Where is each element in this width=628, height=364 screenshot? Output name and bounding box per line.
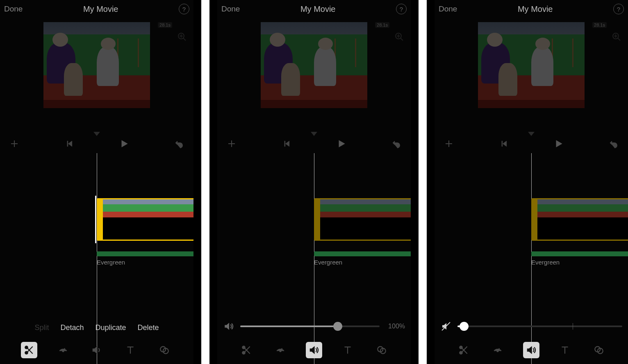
scissors-tab[interactable] (238, 342, 255, 358)
zoom-icon[interactable] (394, 32, 405, 43)
filters-tab[interactable] (591, 342, 607, 358)
transport-bar (0, 134, 193, 153)
video-clip-row (314, 198, 411, 241)
video-clip[interactable] (531, 198, 628, 241)
svg-line-17 (400, 38, 403, 41)
video-clip-row (97, 198, 193, 241)
text-tab[interactable] (122, 342, 139, 358)
audio-clip[interactable] (531, 251, 628, 256)
volume-default-tick (573, 323, 573, 330)
audio-row: Evergreen (531, 251, 628, 266)
skip-start-button[interactable] (281, 138, 292, 149)
screen-edit-actions: Done My Movie ? 28.1s (0, 0, 193, 364)
volume-icon[interactable] (223, 321, 234, 332)
screen-volume-100: Done My Movie ? 28.1s Ev (217, 0, 411, 364)
detach-action[interactable]: Detach (60, 323, 84, 332)
audio-clip-label: Evergreen (97, 259, 193, 266)
play-button[interactable] (553, 138, 564, 149)
audio-clip[interactable] (97, 251, 193, 256)
text-tab[interactable] (339, 342, 356, 358)
delete-action[interactable]: Delete (138, 323, 159, 332)
clip-handle-left[interactable] (98, 199, 103, 240)
speed-tab[interactable] (489, 342, 506, 358)
undo-button[interactable] (608, 138, 619, 149)
tool-tabbar (0, 342, 193, 358)
play-button[interactable] (119, 138, 130, 149)
preview-area: 28.1s (217, 18, 411, 137)
volume-row (440, 321, 622, 332)
play-button[interactable] (336, 138, 347, 149)
scissors-tab[interactable] (455, 342, 472, 358)
svg-point-39 (460, 346, 462, 349)
timeline[interactable]: Evergreen Split Detach Duplicate Delete (0, 153, 193, 364)
zoom-icon[interactable] (177, 32, 188, 43)
volume-slider-knob[interactable] (333, 322, 342, 331)
filters-tab[interactable] (373, 342, 390, 358)
add-media-button[interactable] (226, 138, 237, 149)
duration-badge: 28.1s (158, 22, 172, 28)
transport-bar (435, 134, 628, 153)
undo-button[interactable] (174, 138, 184, 149)
svg-point-6 (25, 346, 28, 349)
volume-tab[interactable] (89, 342, 105, 358)
video-clip-row (531, 198, 628, 241)
playhead-marker-icon (93, 132, 100, 136)
volume-slider-knob[interactable] (460, 322, 469, 331)
zoom-icon[interactable] (612, 32, 622, 43)
volume-percent-label: 100% (385, 323, 405, 330)
video-clip[interactable] (314, 198, 411, 241)
audio-clip[interactable] (314, 251, 411, 256)
audio-clip-label: Evergreen (314, 259, 411, 266)
header: Done My Movie ? (0, 0, 193, 18)
volume-slider-fill (240, 326, 338, 327)
timeline[interactable]: Evergreen (435, 153, 628, 364)
speed-tab[interactable] (55, 342, 71, 358)
transport-bar (217, 134, 411, 153)
playhead-marker-icon (311, 132, 317, 136)
volume-tab[interactable] (306, 342, 322, 358)
help-icon[interactable]: ? (613, 4, 624, 14)
preview-area: 28.1s (0, 18, 193, 137)
svg-line-33 (618, 38, 620, 41)
tool-tabbar (217, 342, 411, 358)
duration-badge: 28.1s (592, 22, 607, 28)
svg-line-1 (183, 38, 186, 41)
svg-point-22 (242, 346, 245, 349)
clip-trim-handle-left[interactable] (95, 196, 96, 243)
done-button[interactable]: Done (439, 5, 457, 14)
preview-frame[interactable] (43, 22, 150, 108)
duplicate-action[interactable]: Duplicate (95, 323, 126, 332)
skip-start-button[interactable] (64, 138, 75, 149)
project-title: My Movie (300, 5, 336, 14)
add-media-button[interactable] (9, 138, 20, 149)
clip-handle-left[interactable] (532, 199, 537, 240)
header: Done My Movie ? (435, 0, 628, 18)
video-clip[interactable] (97, 198, 193, 241)
add-media-button[interactable] (444, 138, 454, 149)
filters-tab[interactable] (156, 342, 173, 358)
clip-handle-left[interactable] (315, 199, 320, 240)
svg-point-44 (497, 350, 498, 352)
volume-tab[interactable] (523, 342, 539, 358)
help-icon[interactable]: ? (179, 4, 189, 14)
screen-volume-muted: Done My Movie ? 28.1s Ev (435, 0, 628, 364)
help-icon[interactable]: ? (396, 4, 407, 14)
preview-frame[interactable] (261, 22, 367, 108)
svg-point-23 (242, 351, 245, 354)
done-button[interactable]: Done (4, 5, 23, 14)
speed-tab[interactable] (272, 342, 289, 358)
skip-start-button[interactable] (498, 138, 509, 149)
volume-slider[interactable] (457, 326, 622, 327)
header: Done My Movie ? (217, 0, 411, 18)
text-tab[interactable] (557, 342, 573, 358)
timeline[interactable]: Evergreen 100% (217, 153, 411, 364)
split-action[interactable]: Split (34, 323, 49, 332)
svg-point-40 (460, 351, 462, 354)
undo-button[interactable] (391, 138, 402, 149)
done-button[interactable]: Done (221, 5, 240, 14)
preview-frame[interactable] (478, 22, 585, 108)
mute-icon[interactable] (440, 321, 452, 332)
scissors-tab[interactable] (21, 342, 37, 358)
tool-tabbar (435, 342, 628, 358)
volume-slider[interactable] (240, 326, 380, 327)
